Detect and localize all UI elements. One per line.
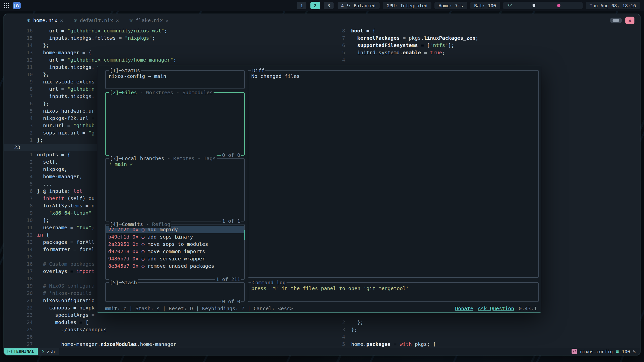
panel-count: 0 of 0	[221, 152, 241, 159]
code-text: nixpkgs,	[37, 166, 67, 173]
line-number: 12	[4, 56, 33, 64]
line-number: 10	[4, 71, 33, 78]
code-token: inputs.nixpkgs.	[37, 93, 95, 99]
lazygit-commits-panel[interactable]: [4]─Commits - Reflog 2717f2f 0x ○ add mo…	[105, 224, 245, 280]
commit-row[interactable]: 9486b7d 0x ○ add service-wrapper	[106, 255, 244, 262]
code-token: "github:n	[67, 86, 94, 92]
code-text: nur.url = "github	[37, 122, 95, 129]
code-token: in	[37, 232, 43, 238]
commit-graph-node: ○	[141, 262, 144, 270]
tab-close-icon[interactable]: ×	[116, 17, 119, 24]
tab-home.nix[interactable]: ❄home.nix×	[22, 17, 68, 24]
statusline-right: nixos-config ≡ 100 %	[572, 348, 640, 354]
code-token: username =	[37, 224, 76, 231]
code-line: 13 home-manager = {	[4, 49, 333, 56]
tab-label: default.nix	[80, 17, 113, 23]
clock[interactable]: Thu Aug 08, 18:16	[586, 2, 640, 9]
panel-title-label: Files	[122, 89, 137, 96]
window-close-button[interactable]: ×	[625, 17, 634, 24]
code-token: overlays =	[37, 268, 76, 274]
code-text: packages = forAll	[37, 239, 95, 246]
topbar-module: P: Balanced	[342, 2, 380, 9]
lazygit-command-log-panel[interactable]: Command log press 'M' in the files panel…	[248, 282, 539, 302]
commit-row[interactable]: 2a23950 0x ○ move sops to modules	[106, 241, 244, 248]
code-text: nixosConfiguratio	[37, 297, 95, 304]
commit-row[interactable]: d920218 0x ○ move common imports	[106, 248, 244, 255]
tab-flake.nix[interactable]: ❄flake.nix×	[124, 17, 174, 24]
code-token: {	[43, 232, 49, 238]
code-text: kernelPackages = pkgs.linuxPackages_zen;	[351, 34, 478, 42]
workspace-button-3[interactable]: 3	[324, 2, 334, 9]
panel-subtitle: - Remotes - Tags	[164, 155, 216, 161]
line-number: 22	[4, 304, 33, 311]
diff-content: No changed files	[248, 71, 538, 82]
code-token: outputs = {	[37, 152, 70, 158]
line-number: 2	[333, 319, 345, 326]
tab-close-icon[interactable]: ×	[165, 17, 169, 24]
code-token: inputs.nixpkgs.follows =	[37, 35, 125, 41]
lazygit-status-panel[interactable]: [1]─Status nixos-config → main	[105, 70, 245, 89]
panel-title-label: Stash	[122, 280, 137, 286]
code-text: home-manager = {	[37, 49, 92, 56]
lazygit-stash-panel[interactable]: [5]─Stash 0 of 0	[105, 282, 245, 302]
code-text: };	[351, 319, 363, 326]
code-line: 3};	[333, 326, 640, 333]
code-token: ;	[92, 224, 95, 231]
code-text: self,	[37, 158, 58, 166]
code-token: nixpkgs,	[37, 166, 67, 172]
line-number: 12	[4, 231, 33, 239]
commits-list: 2717f2f 0x ○ add mopidyb49ef1d 0x ○ add …	[106, 224, 244, 270]
spacer	[138, 255, 141, 262]
commit-row[interactable]: 8e345a7 0x ○ remove unused packages	[106, 262, 244, 270]
panel-title: Command log	[251, 279, 287, 286]
nix-snowflake-icon: ❄	[129, 18, 133, 23]
code-pane-right-bottom[interactable]: 2 };3};45home.packages = with pkgs; [	[333, 319, 640, 348]
nix-snowflake-icon: ❄	[73, 18, 77, 23]
lazygit-files-panel[interactable]: [2]─Files - Worktrees - Submodules 0 of …	[105, 92, 245, 156]
panel-title-label: Status	[122, 67, 140, 73]
lazygit-branches-panel[interactable]: [3]─Local branches - Remotes - Tags * ma…	[105, 158, 245, 221]
code-line: 5 initrd.systemd.enable = true;	[333, 49, 640, 56]
link-donate[interactable]: Donate	[455, 305, 473, 312]
spacer	[138, 262, 141, 270]
code-text: sops-nix.url = "g	[37, 129, 95, 137]
topbar-right-group: P: BalancedGPU: IntegratedHome: 7msBat: …	[342, 2, 640, 9]
workspace-button-4[interactable]: 4	[338, 2, 347, 9]
code-token: pkgs; [	[412, 341, 436, 347]
panel-title: [4]─Commits - Reflog	[109, 221, 171, 228]
lazygit-diff-panel[interactable]: Diff No changed files	[248, 70, 539, 278]
panel-count: 0 of 0	[221, 298, 241, 305]
tab-close-icon[interactable]: ×	[60, 17, 63, 24]
pin-toggle-button[interactable]	[610, 18, 622, 23]
code-token: "g	[89, 130, 95, 136]
wifi-icon[interactable]	[507, 0, 529, 18]
commit-row[interactable]: b49ef1d 0x ○ add sops binary	[106, 233, 244, 241]
code-token: nix-vscode-extens	[37, 79, 95, 85]
line-number: 13	[4, 49, 33, 56]
panel-title: [2]─Files - Worktrees - Submodules	[109, 89, 214, 96]
line-number: 11	[4, 224, 33, 231]
workspace-button-2[interactable]: 2	[310, 2, 320, 9]
line-number: 1	[4, 151, 33, 158]
code-token: with	[400, 341, 412, 347]
line-number: 15	[4, 253, 33, 260]
code-pane-right[interactable]: 8boot = {7 kernelPackages = pkgs.linuxPa…	[333, 27, 640, 64]
line-number: 1	[4, 137, 33, 144]
code-token: linuxPackages_zen	[424, 35, 475, 41]
panel-subtitle: - Reflog	[143, 221, 170, 227]
code-token: ];	[37, 217, 49, 223]
link-ask-question[interactable]: Ask Question	[478, 305, 514, 312]
code-text: modules = [	[37, 319, 89, 326]
line-number: 16	[4, 27, 33, 34]
scrollbar[interactable]	[244, 230, 245, 240]
workspace-button-1[interactable]: 1	[297, 2, 306, 9]
code-text: canopus = nixpk	[37, 304, 95, 311]
lazygit-links: DonateAsk Question 0.43.1	[455, 305, 537, 312]
code-text: inputs.nixpkgs.follows = "nixpkgs";	[37, 34, 155, 42]
line-number: 5	[333, 49, 345, 56]
tab-default.nix[interactable]: ❄default.nix×	[68, 17, 124, 24]
code-token	[351, 42, 357, 48]
apps-grid-icon[interactable]	[4, 3, 9, 8]
app-badge[interactable]: JW	[13, 2, 21, 9]
shell-segment[interactable]: ❯ zsh	[38, 348, 59, 355]
